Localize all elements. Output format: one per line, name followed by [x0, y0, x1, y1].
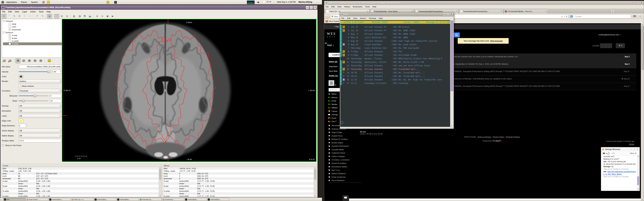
alpine-message-row[interactable]: + 3 Aug 6 Allison Stevens (6K) Re: ADNI …	[340, 32, 450, 36]
chat-contact[interactable]: Elaine A Maskus	[328, 172, 362, 175]
layout-1x1-icon[interactable]: □	[54, 14, 59, 18]
bookmark-star-icon[interactable]: ★	[561, 15, 563, 18]
layer-visibility-checkbox[interactable]	[9, 37, 11, 39]
tree-item-surface[interactable]: lh.pial	[3, 37, 62, 39]
find-binoculars-icon[interactable]	[633, 15, 636, 17]
chat-contact[interactable]: Catherine Reed	[328, 151, 362, 155]
alpine-message-row[interactable]: + A 8 Friday Allison Stevens (2K) fhs	[340, 50, 450, 53]
pointset-tool-icon[interactable]: ✂	[28, 14, 32, 18]
phone-call-icon[interactable]	[606, 152, 610, 155]
chat-contact[interactable]: Angus Page	[328, 131, 362, 134]
layer-visibility-checkbox[interactable]	[9, 34, 11, 36]
taskbar-button[interactable]: maritza@lau...	[116, 198, 139, 201]
panel-menu-places[interactable]: Places	[19, 0, 29, 4]
annotation-select[interactable]: Off▲▼	[18, 109, 62, 113]
slope-slider[interactable]	[18, 100, 48, 101]
freeview-menu-item[interactable]: Tools	[37, 10, 45, 13]
chat-bubble-icon[interactable]	[343, 195, 349, 201]
firefox-menu-item[interactable]: Bookmarks	[352, 6, 364, 8]
page-scrollbar[interactable]: ▲▼	[641, 23, 644, 201]
taskbar-button[interactable]: Inbox (2) - m...	[71, 198, 94, 201]
details-link[interactable]: Details	[629, 143, 634, 145]
taskbar-button[interactable]: maritza@san...	[49, 198, 71, 201]
surface-inflated-button[interactable]: I	[21, 58, 26, 63]
gear-icon[interactable]: ⚙ ▾	[616, 43, 625, 48]
alpine-message-row[interactable]: + D 15 10:22 Allison Stevens (3K) Re: Fo…	[340, 74, 450, 78]
firefox-menu-item[interactable]: Tools	[364, 6, 371, 8]
voxel-edit-tool-icon[interactable]: ✎	[12, 14, 16, 18]
volume-icon[interactable]: ◀)	[257, 1, 259, 3]
chat-contact[interactable]: Barbara D Lindsay	[328, 138, 362, 141]
chat-contact[interactable]: Cornelia L Lorentzen	[328, 158, 362, 162]
terms-link[interactable]: Terms of Service	[478, 136, 491, 138]
slope-field[interactable]: 10	[50, 99, 62, 103]
position-offset-field[interactable]: 0 0 0	[18, 139, 62, 143]
taskbar-button[interactable]: maritza@lau...	[184, 198, 207, 201]
close-icon[interactable]: ✕	[450, 13, 453, 16]
tab-close-icon[interactable]: ✕	[500, 10, 502, 12]
program-policies-link[interactable]: Program Policies	[506, 136, 520, 138]
chat-contact[interactable]: Cassidy Mellin	[328, 148, 362, 151]
close-icon[interactable]: ✕	[636, 148, 638, 150]
maximize-icon[interactable]: □	[446, 13, 450, 16]
tab-close-icon[interactable]: ✕	[366, 10, 368, 12]
alpine-message-row[interactable]: 10 Yesterday Benner, Tracey (2M) MGH/Tim…	[340, 57, 450, 60]
surface-main-button[interactable]: M	[16, 58, 20, 63]
record-movie-icon[interactable]: ▶	[110, 14, 115, 18]
tab-close-icon[interactable]: ✕	[544, 10, 547, 12]
minimize-icon[interactable]: —	[443, 13, 446, 16]
taskbar-button[interactable]: Grad school -...	[26, 198, 48, 201]
alpine-terminal[interactable]: ALPINE 2.03(1266) MESSAGE INDEX Folder: …	[340, 20, 450, 127]
close-icon[interactable]: ✕	[314, 6, 317, 9]
tab-close-icon[interactable]: ✕	[455, 10, 458, 12]
tree-item-surface[interactable]: lh.white	[3, 42, 62, 45]
curvature-select[interactable]: Threshold▲▼	[18, 89, 62, 93]
recon-edit-tool-icon[interactable]: R	[17, 14, 22, 18]
freeview-menu-item[interactable]: Help	[45, 10, 52, 13]
taskbar-button[interactable]: [maritza@sa...	[94, 198, 116, 201]
taskbar-button[interactable]: maritza@san...	[207, 198, 230, 201]
tree-item-surface[interactable]: rh.white	[3, 39, 62, 42]
mouse-panel-scrollbar[interactable]: ▲▼	[314, 167, 316, 197]
firefox-launcher-icon[interactable]	[42, 1, 45, 3]
google-search-engine-icon[interactable]: 8	[570, 15, 573, 17]
layer-visibility-checkbox[interactable]	[9, 28, 11, 31]
freeview-menu-item[interactable]: Edit	[7, 10, 13, 13]
lock-layer-icon[interactable]	[48, 60, 51, 62]
layout-1x3-icon[interactable]: ⊟	[65, 14, 70, 18]
view-message-link[interactable]: View message	[490, 40, 502, 42]
view-axial-icon[interactable]: ⬒	[82, 14, 87, 18]
surface-color-swatch[interactable]	[18, 75, 23, 78]
tree-item-surface[interactable]: rh.pial	[3, 34, 62, 37]
surface-white-button[interactable]: W	[27, 58, 32, 63]
gnome-menu-icon[interactable]	[1, 1, 4, 3]
lock-screen-tray-icon[interactable]	[107, 1, 109, 4]
minimize-icon[interactable]: —	[306, 6, 309, 9]
tab-close-icon[interactable]: ✕	[410, 10, 413, 12]
mid-point-field[interactable]: 0	[50, 94, 62, 98]
navigate-tool-icon[interactable]: ✛	[2, 14, 6, 18]
alpine-message-row[interactable]: + 12 Yesterday Allison Stevens (3K) and …	[340, 64, 450, 67]
opacity-slider[interactable]	[18, 71, 50, 72]
chat-header[interactable]: George Bennum — ↗ ✕	[601, 147, 640, 151]
url-dropdown-icon[interactable]: ▼	[563, 16, 566, 17]
alpine-message-row[interactable]: + A 13 Yesterday Allison Stevens (2K) Fo…	[340, 67, 450, 71]
alpine-message-row[interactable]: + A 1 Jun 25 Allison Stevens Pl (4K) HD …	[340, 25, 450, 29]
firefox-menu-item[interactable]: File	[324, 6, 330, 8]
privacy-link[interactable]: Privacy Policy	[493, 136, 504, 138]
mail-search-button[interactable]	[453, 32, 460, 37]
maximize-icon[interactable]: □	[636, 1, 640, 4]
tree-item-volume[interactable]: norm	[3, 25, 62, 28]
mail-dropdown[interactable]: Mail ▼	[327, 44, 334, 46]
zoom-in-icon[interactable]: ⊕	[95, 14, 100, 18]
freeview-menu-item[interactable]: View	[13, 10, 21, 13]
new-tab-button[interactable]: +	[610, 9, 615, 13]
avatar[interactable]	[328, 80, 334, 86]
roi-edit-tool-icon[interactable]: ✎	[22, 14, 27, 18]
alpine-message-row[interactable]: + A 2 Jul 25 Allison Stevens Pl (4K) Re:…	[340, 29, 450, 32]
chat-contact[interactable]: Erica Davidson	[328, 179, 362, 182]
older-page-button[interactable]: ›	[606, 43, 612, 48]
toggle-panel-icon[interactable]: ▥	[47, 14, 52, 18]
search-input[interactable]: 8 ▼ Google	[569, 14, 631, 18]
slice-view[interactable]: S 98.64 R 106.14 L 153.46 I 45.86 A 33.4…	[62, 19, 316, 162]
